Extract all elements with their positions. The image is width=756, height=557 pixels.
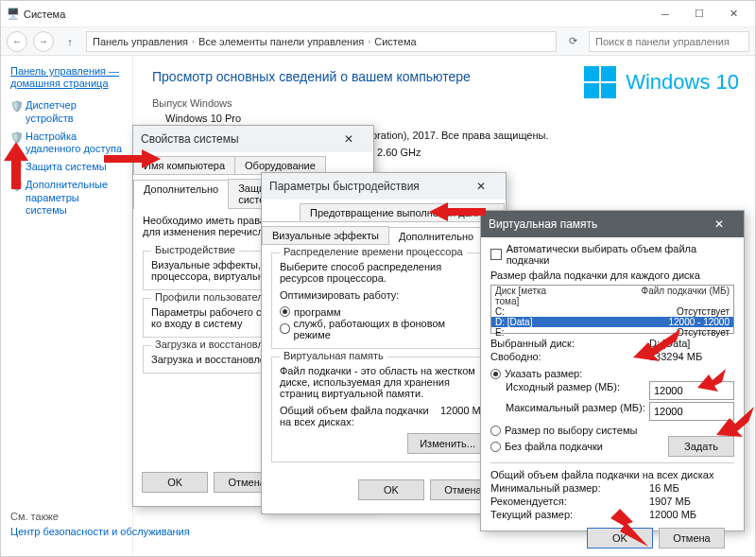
titlebar: 🖥️ Система ─ ☐ ✕	[1, 1, 755, 27]
shield-icon: 🛡️	[10, 162, 22, 173]
ok-button[interactable]: OK	[142, 472, 208, 493]
cpu-value-partial: 2.60 GHz	[377, 147, 421, 158]
radio-no-paging[interactable]: Без файла подкачки	[490, 441, 657, 452]
sidebar-item-remote[interactable]: 🛡️Настройка удаленного доступа	[10, 131, 123, 155]
shield-icon: 🛡️	[10, 180, 22, 191]
window-title: Система	[20, 9, 649, 20]
close-icon[interactable]: ✕	[464, 180, 498, 193]
tab-advanced[interactable]: Дополнительно	[133, 180, 229, 209]
sidebar-home-link[interactable]: Панель управления — домашняя страница	[10, 65, 123, 90]
up-button[interactable]: ↑	[60, 31, 80, 52]
dialog-titlebar: Параметры быстродействия ✕	[262, 173, 506, 200]
back-button[interactable]: ←	[7, 31, 27, 52]
dialog-titlebar: Виртуальная память ✕	[481, 211, 744, 237]
refresh-button[interactable]: ⟳	[562, 31, 583, 52]
selected-disk: D: [Data]	[649, 338, 734, 349]
dialog-title: Свойства системы	[141, 132, 239, 146]
performance-options-dialog: Параметры быстродействия ✕ Предотвращени…	[261, 172, 507, 514]
disk-list[interactable]: Диск [метка тома]Файл подкачки (МБ) C:От…	[490, 285, 734, 334]
tab-computer-name[interactable]: Имя компьютера	[133, 156, 235, 174]
disk-row: E:Отсутствует	[491, 327, 733, 338]
dialog-titlebar: Свойства системы ✕	[133, 126, 373, 152]
tab-dep[interactable]: Предотвращение выполнения данных	[300, 203, 505, 221]
search-input[interactable]	[589, 31, 749, 52]
breadcrumb-item[interactable]: Система	[374, 36, 416, 47]
minimize-button[interactable]: ─	[649, 5, 681, 24]
free-space: 133294 МБ	[649, 351, 734, 362]
radio-services[interactable]: служб, работающих в фоновом режиме	[280, 318, 476, 340]
max-size-input[interactable]	[649, 402, 734, 421]
set-button[interactable]: Задать	[668, 436, 734, 457]
disk-row: D: [Data]12000 - 12000	[491, 317, 733, 327]
dialog-title: Виртуальная память	[489, 218, 597, 231]
ok-button[interactable]: OK	[358, 479, 424, 500]
forward-button[interactable]: →	[33, 31, 54, 52]
edition-value: Windows 10 Pro	[165, 113, 736, 124]
shield-icon: 🛡️	[10, 100, 22, 112]
radio-programs[interactable]: программ	[280, 306, 341, 318]
close-icon[interactable]: ✕	[702, 218, 736, 231]
windows-logo-icon	[584, 66, 616, 98]
sidebar-item-advanced[interactable]: 🛡️Дополнительные параметры системы	[10, 179, 123, 217]
change-button[interactable]: Изменить...	[407, 433, 488, 454]
cancel-button[interactable]: Отмена	[659, 528, 725, 548]
radio-custom-size[interactable]: Указать размер:	[490, 368, 582, 379]
windows-logo: Windows 10	[584, 66, 739, 98]
ok-button[interactable]: OK	[587, 528, 653, 548]
window-icon: 🖥️	[7, 8, 20, 20]
edition-label: Выпуск Windows	[152, 97, 736, 109]
initial-size-input[interactable]	[649, 381, 734, 400]
shield-icon: 🛡️	[10, 131, 22, 143]
sidebar: Панель управления — домашняя страница 🛡️…	[1, 56, 133, 556]
disk-row: C:Отсутствует	[491, 306, 733, 317]
tab-advanced[interactable]: Дополнительно	[388, 227, 484, 245]
sidebar-item-device-manager[interactable]: 🛡️Диспетчер устройств	[10, 99, 123, 124]
auto-manage-checkbox[interactable]: Автоматически выбирать объем файла подка…	[490, 243, 734, 266]
tab-visual-effects[interactable]: Визуальные эффекты	[262, 226, 389, 244]
breadcrumb-item[interactable]: Панель управления	[93, 36, 188, 47]
toolbar: ← → ↑ Панель управления› Все элементы па…	[1, 27, 755, 56]
virtual-memory-group: Виртуальная память Файл подкачки - это о…	[271, 357, 496, 462]
maximize-button[interactable]: ☐	[683, 5, 715, 24]
breadcrumb[interactable]: Панель управления› Все элементы панели у…	[86, 31, 557, 52]
virtual-memory-dialog: Виртуальная память ✕ Автоматически выбир…	[480, 210, 745, 531]
close-button[interactable]: ✕	[717, 5, 749, 24]
windows-logo-text: Windows 10	[626, 70, 739, 95]
close-icon[interactable]: ✕	[332, 132, 366, 146]
sidebar-item-protection[interactable]: 🛡️Защита системы	[10, 161, 123, 173]
radio-system-size[interactable]: Размер по выбору системы	[490, 425, 723, 436]
dialog-title: Параметры быстродействия	[269, 180, 420, 193]
processor-scheduling-group: Распределение времени процессора Выберит…	[271, 252, 496, 349]
breadcrumb-item[interactable]: Все элементы панели управления	[198, 36, 364, 47]
